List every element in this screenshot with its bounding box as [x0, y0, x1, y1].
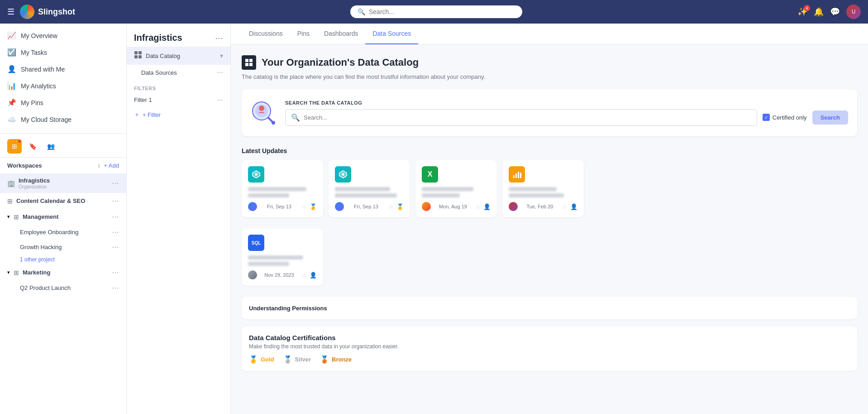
card-star-1[interactable]: ☆ — [301, 203, 307, 210]
overview-icon: 📈 — [7, 31, 16, 40]
marketing-more-icon[interactable]: ⋯ — [112, 268, 119, 277]
notification-icon[interactable]: 🔔 — [814, 7, 824, 17]
catalog-search-input[interactable] — [304, 114, 751, 121]
workspace-more-icon[interactable]: ⋯ — [112, 179, 119, 188]
cert-bronze-badge: 🥉 Bronze — [320, 355, 352, 364]
content-body: Your Organization's Data Catalog The cat… — [231, 44, 868, 382]
svg-rect-2 — [134, 55, 138, 58]
card-star-3[interactable]: ☆ — [475, 203, 481, 210]
card-star-2[interactable]: ☆ — [388, 203, 394, 210]
avatar[interactable]: U — [846, 5, 861, 19]
data-card-5[interactable]: SQL Nov 29, 2023 ☆ 👤 — [242, 228, 323, 286]
child-more-icon[interactable]: ⋯ — [112, 228, 119, 236]
card-avatar-3 — [422, 202, 431, 211]
svg-rect-6 — [245, 63, 248, 66]
svg-point-13 — [272, 121, 275, 125]
tab-bookmarks[interactable]: 🔖 — [25, 139, 40, 154]
child-q2-launch[interactable]: Q2 Product Launch ⋯ — [0, 280, 126, 295]
data-card-4[interactable]: Tue, Feb 20 ☆ 👤 — [502, 160, 584, 217]
data-card-1[interactable]: Fri, Sep 13 ☆ 🥇 — [242, 160, 323, 217]
child-employee-onboarding[interactable]: Employee Onboarding ⋯ — [0, 225, 126, 240]
filter-1[interactable]: Filter 1 ⋯ — [127, 93, 230, 107]
sidebar-item-overview[interactable]: 📈 My Overview — [0, 27, 126, 44]
gold-medal-icon: 🥇 — [249, 355, 258, 364]
sidebar-item-shared[interactable]: 👤 Shared with Me — [0, 61, 126, 77]
sidebar-item-tasks[interactable]: ☑️ My Tasks — [0, 44, 126, 61]
management-more-icon[interactable]: ⋯ — [112, 212, 119, 221]
svg-rect-1 — [138, 51, 142, 54]
card-badge-2: 🥇 — [396, 203, 404, 210]
sparkle-icon[interactable]: ✨ 4 — [797, 7, 807, 17]
data-catalog-chevron: ▾ — [220, 52, 223, 59]
certified-checkbox[interactable]: ✓ — [763, 114, 770, 121]
topbar: ☰ Slingshot 🔍 ✨ 4 🔔 💬 U — [0, 0, 868, 24]
svg-rect-0 — [134, 51, 138, 54]
svg-rect-3 — [138, 55, 142, 58]
tab-pins[interactable]: Pins — [290, 24, 317, 44]
workspace-sub: Organization — [19, 184, 108, 189]
svg-rect-5 — [249, 59, 253, 62]
data-sources-more[interactable]: ⋯ — [217, 69, 223, 76]
workspace-infragistics[interactable]: 🏢 Infragistics Organization ⋯ — [0, 173, 126, 193]
catalog-search-button[interactable]: Search — [812, 111, 848, 125]
tab-data-sources[interactable]: Data Sources — [365, 24, 418, 44]
card-icon-1 — [248, 166, 264, 183]
card-date-2: Fri, Sep 13 — [354, 204, 378, 209]
card-star-4[interactable]: ☆ — [562, 203, 568, 210]
card-star-5[interactable]: ☆ — [301, 272, 307, 279]
sidebar-item-pins[interactable]: 📌 My Pins — [0, 94, 126, 111]
workspace-more-icon-2[interactable]: ⋯ — [112, 197, 119, 205]
sidebar-item-cloud[interactable]: ☁️ My Cloud Storage — [0, 111, 126, 128]
catalog-title: Your Organization's Data Catalog — [262, 57, 419, 68]
data-card-3[interactable]: X Mon, Aug 19 ☆ 👤 — [415, 160, 497, 217]
cert-bronze-label: Bronze — [332, 356, 352, 363]
tab-workspaces[interactable]: ⊞ — [7, 139, 22, 154]
content-tabs: Discussions Pins Dashboards Data Sources — [231, 24, 868, 44]
filters-label: FILTERS — [127, 80, 230, 93]
panel-more-icon[interactable]: ⋯ — [215, 33, 223, 43]
understanding-section: Understanding Permissions — [242, 297, 857, 319]
card-meta-1: Fri, Sep 13 ☆ 🥇 — [248, 202, 317, 211]
sort-icon[interactable]: ↕ — [97, 163, 100, 169]
tab-dashboards[interactable]: Dashboards — [317, 24, 366, 44]
add-filter-button[interactable]: ＋ + Filter — [127, 107, 230, 122]
search-catalog-box: SEARCH THE DATA CATALOG 🔍 ✓ Certified on… — [242, 89, 857, 136]
marketing-section[interactable]: ▾ ⊞ Marketing ⋯ — [0, 265, 126, 280]
card-meta-4: Tue, Feb 20 ☆ 👤 — [509, 202, 577, 211]
panel-item-data-catalog[interactable]: Data Catalog ▾ — [127, 47, 230, 65]
data-sources-label: Data Sources — [141, 69, 213, 76]
filter-more-icon[interactable]: ⋯ — [217, 96, 223, 103]
svg-rect-7 — [249, 63, 253, 66]
panel-item-data-sources[interactable]: Data Sources ⋯ — [127, 65, 230, 80]
child-growth-hacking[interactable]: Growth Hacking ⋯ — [0, 240, 126, 255]
cert-badges: 🥇 Gold 🥈 Silver 🥉 Bronze — [249, 355, 850, 364]
add-workspace-button[interactable]: + Add — [104, 162, 119, 169]
notif-badge: 4 — [804, 5, 810, 11]
search-catalog-row: 🔍 ✓ Certified only Search — [285, 109, 848, 126]
card-actions-2: ☆ 🥇 — [388, 203, 404, 210]
child-more-icon-3[interactable]: ⋯ — [112, 284, 119, 292]
card-subtitle-5 — [248, 262, 289, 266]
card-date-1: Fri, Sep 13 — [267, 204, 291, 209]
card-no-badge-5: 👤 — [310, 272, 317, 279]
other-project-link[interactable]: 1 other project — [0, 255, 126, 265]
sidebar-item-analytics[interactable]: 📊 My Analytics — [0, 77, 126, 94]
tab-dot — [18, 140, 21, 143]
card-subtitle-3 — [422, 193, 460, 197]
tab-people[interactable]: 👥 — [43, 139, 58, 154]
child-more-icon-2[interactable]: ⋯ — [112, 243, 119, 251]
catalog-search-wrap[interactable]: 🔍 — [285, 109, 757, 126]
data-card-2[interactable]: Fri, Sep 13 ☆ 🥇 — [329, 160, 410, 217]
chat-icon[interactable]: 💬 — [830, 7, 840, 17]
tab-discussions[interactable]: Discussions — [242, 24, 290, 44]
svg-rect-21 — [520, 173, 521, 178]
card-avatar-1 — [248, 202, 257, 211]
global-search[interactable]: 🔍 — [350, 5, 522, 18]
svg-rect-20 — [518, 172, 519, 178]
management-section[interactable]: ▾ ⊞ Management ⋯ — [0, 209, 126, 225]
certified-only-toggle[interactable]: ✓ Certified only — [763, 114, 807, 121]
workspace-content-calendar[interactable]: ⊞ Content Calendar & SEO ⋯ — [0, 193, 126, 209]
workspace-info: Infragistics Organization — [19, 177, 108, 189]
menu-icon[interactable]: ☰ — [7, 7, 14, 17]
search-input[interactable] — [369, 8, 515, 15]
